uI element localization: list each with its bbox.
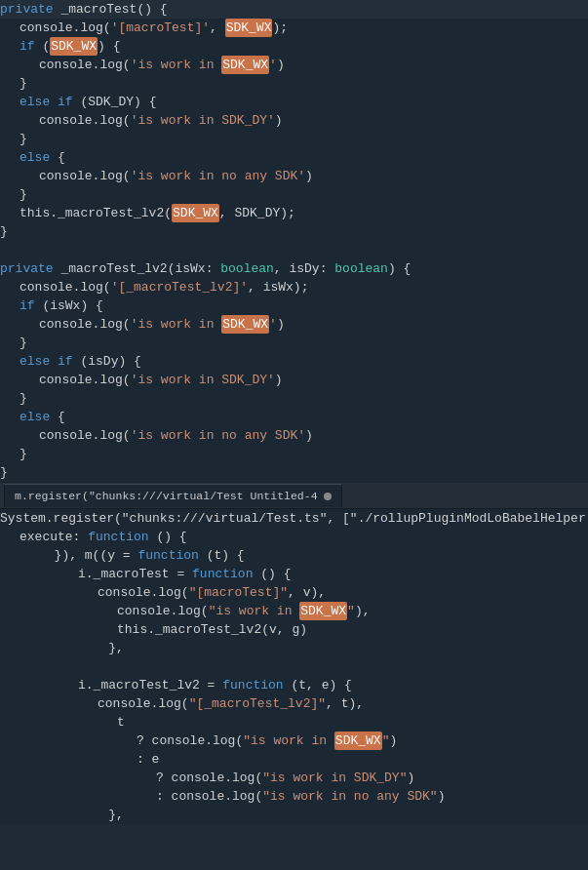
code-line: private _macroTest() { (0, 0, 588, 19)
tab-label: m.register("chunks:///virtual/Test Untit… (15, 490, 318, 502)
code-editor: private _macroTest() {console.log('[macr… (0, 0, 588, 824)
code-line: } (0, 185, 588, 204)
code-line: }, (0, 806, 588, 824)
code-line: ? console.log("is work in SDK_WX") (0, 732, 588, 750)
code-line: } (0, 463, 588, 482)
code-line: ? console.log("is work in SDK_DY") (0, 769, 588, 787)
code-line: } (0, 334, 588, 352)
tab-modified-dot (324, 493, 332, 500)
code-line: if (SDK_WX) { (0, 37, 588, 56)
editor-tab[interactable]: m.register("chunks:///virtual/Test Untit… (4, 484, 342, 507)
code-line: console.log('is work in no any SDK') (0, 426, 588, 445)
code-line: if (isWx) { (0, 297, 588, 315)
code-line: } (0, 74, 588, 93)
code-line: : e (0, 750, 588, 769)
code-line: execute: function () { (0, 528, 588, 546)
code-line: } (0, 130, 588, 148)
code-line: console.log("[_macroTest_lv2]", t), (0, 694, 588, 713)
code-line: console.log("is work in SDK_WX"), (0, 602, 588, 620)
code-line: else { (0, 408, 588, 426)
code-line: console.log('is work in SDK_DY') (0, 371, 588, 389)
code-line: } (0, 445, 588, 463)
code-line: i._macroTest = function () { (0, 565, 588, 583)
top-code-section: private _macroTest() {console.log('[macr… (0, 0, 588, 482)
code-line: this._macroTest_lv2(v, g) (0, 620, 588, 639)
tab-bar: m.register("chunks:///virtual/Test Untit… (0, 482, 588, 509)
code-line (0, 241, 588, 259)
code-line: : console.log("is work in no any SDK") (0, 787, 588, 806)
register-line: System.register("chunks:///virtual/Test.… (0, 509, 588, 528)
code-line: console.log("[macroTest]", v), (0, 583, 588, 602)
code-line: } (0, 222, 588, 241)
code-line: else { (0, 148, 588, 167)
code-line: console.log('is work in SDK_WX') (0, 56, 588, 74)
code-line: else if (SDK_DY) { (0, 93, 588, 111)
code-line (0, 657, 588, 676)
code-line: console.log('is work in SDK_WX') (0, 315, 588, 334)
code-line: }, (0, 639, 588, 657)
code-line: console.log('[_macroTest_lv2]', isWx); (0, 278, 588, 297)
code-line: private _macroTest_lv2(isWx: boolean, is… (0, 259, 588, 278)
code-line: this._macroTest_lv2(SDK_WX, SDK_DY); (0, 204, 588, 222)
code-line: }), m((y = function (t) { (0, 546, 588, 565)
code-line: console.log('is work in no any SDK') (0, 167, 588, 185)
code-line: t (0, 713, 588, 732)
code-line: else if (isDy) { (0, 352, 588, 371)
code-line: console.log('is work in SDK_DY') (0, 111, 588, 130)
code-line: } (0, 389, 588, 408)
code-line: console.log('[macroTest]', SDK_WX); (0, 19, 588, 37)
code-line: i._macroTest_lv2 = function (t, e) { (0, 676, 588, 694)
bottom-code-section: System.register("chunks:///virtual/Test.… (0, 509, 588, 824)
